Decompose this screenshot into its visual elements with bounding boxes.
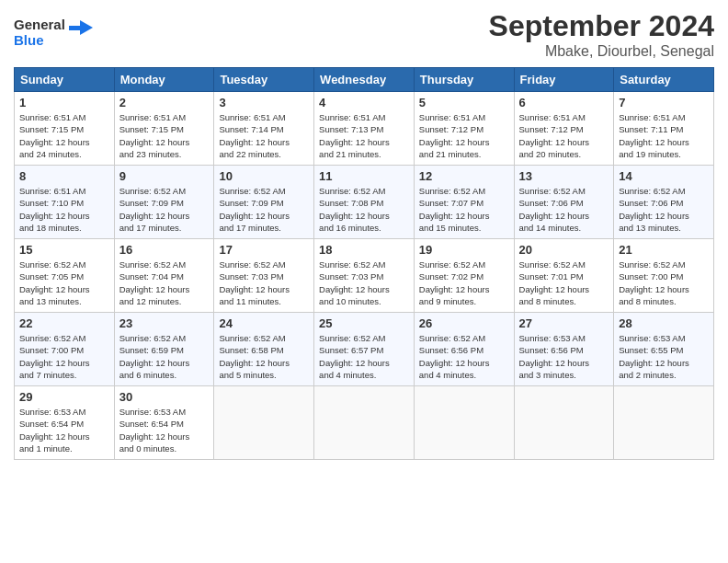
day-number: 7 xyxy=(619,96,709,109)
day-cell: 27Sunrise: 6:53 AM Sunset: 6:56 PM Dayli… xyxy=(514,313,614,386)
day-detail: Sunrise: 6:52 AM Sunset: 7:03 PM Dayligh… xyxy=(219,259,309,307)
day-number: 24 xyxy=(219,316,309,330)
header-row: Sunday Monday Tuesday Wednesday Thursday… xyxy=(15,68,714,92)
day-cell xyxy=(614,386,714,460)
day-number: 18 xyxy=(319,243,409,257)
col-monday: Monday xyxy=(114,68,214,92)
day-detail: Sunrise: 6:52 AM Sunset: 7:02 PM Dayligh… xyxy=(419,259,509,307)
day-number: 13 xyxy=(519,169,609,183)
day-cell: 19Sunrise: 6:52 AM Sunset: 7:02 PM Dayli… xyxy=(414,239,514,313)
day-number: 15 xyxy=(19,243,109,257)
day-number: 11 xyxy=(319,169,409,183)
day-detail: Sunrise: 6:52 AM Sunset: 7:06 PM Dayligh… xyxy=(519,185,609,234)
day-number: 21 xyxy=(619,243,709,257)
day-number: 9 xyxy=(119,169,210,183)
day-detail: Sunrise: 6:52 AM Sunset: 7:09 PM Dayligh… xyxy=(219,185,309,234)
day-cell: 13Sunrise: 6:52 AM Sunset: 7:06 PM Dayli… xyxy=(514,166,614,239)
day-number: 16 xyxy=(119,243,210,257)
day-number: 5 xyxy=(419,96,509,109)
day-number: 3 xyxy=(219,96,309,109)
calendar-header: Sunday Monday Tuesday Wednesday Thursday… xyxy=(15,68,714,92)
day-number: 2 xyxy=(119,96,210,109)
day-detail: Sunrise: 6:53 AM Sunset: 6:56 PM Dayligh… xyxy=(519,332,609,381)
day-detail: Sunrise: 6:52 AM Sunset: 6:58 PM Dayligh… xyxy=(219,332,309,381)
day-cell: 20Sunrise: 6:52 AM Sunset: 7:01 PM Dayli… xyxy=(514,239,614,313)
day-number: 19 xyxy=(419,243,509,257)
svg-text:General: General xyxy=(14,17,65,32)
day-cell xyxy=(214,386,314,460)
svg-marker-2 xyxy=(80,20,93,35)
day-detail: Sunrise: 6:52 AM Sunset: 6:57 PM Dayligh… xyxy=(319,332,409,381)
day-detail: Sunrise: 6:52 AM Sunset: 6:59 PM Dayligh… xyxy=(119,332,210,381)
day-cell: 12Sunrise: 6:52 AM Sunset: 7:07 PM Dayli… xyxy=(414,166,514,239)
day-cell: 4Sunrise: 6:51 AM Sunset: 7:13 PM Daylig… xyxy=(314,92,415,166)
day-number: 20 xyxy=(519,243,609,257)
day-number: 30 xyxy=(119,390,210,404)
day-number: 6 xyxy=(519,96,609,109)
svg-rect-3 xyxy=(69,26,82,30)
day-number: 14 xyxy=(619,169,709,183)
logo-svg: General Blue xyxy=(14,13,97,50)
col-sunday: Sunday xyxy=(15,68,115,92)
week-row-3: 15Sunrise: 6:52 AM Sunset: 7:05 PM Dayli… xyxy=(15,239,714,313)
location-title: Mbake, Diourbel, Senegal xyxy=(489,43,714,60)
day-detail: Sunrise: 6:52 AM Sunset: 7:06 PM Dayligh… xyxy=(619,185,709,234)
day-cell: 23Sunrise: 6:52 AM Sunset: 6:59 PM Dayli… xyxy=(114,313,214,386)
day-number: 22 xyxy=(19,316,109,330)
day-detail: Sunrise: 6:51 AM Sunset: 7:12 PM Dayligh… xyxy=(419,111,509,160)
day-detail: Sunrise: 6:52 AM Sunset: 7:04 PM Dayligh… xyxy=(119,259,210,307)
day-cell: 30Sunrise: 6:53 AM Sunset: 6:54 PM Dayli… xyxy=(114,386,214,460)
day-cell: 6Sunrise: 6:51 AM Sunset: 7:12 PM Daylig… xyxy=(514,92,614,166)
day-number: 28 xyxy=(619,316,709,330)
day-detail: Sunrise: 6:53 AM Sunset: 6:55 PM Dayligh… xyxy=(619,332,709,381)
day-cell: 14Sunrise: 6:52 AM Sunset: 7:06 PM Dayli… xyxy=(614,166,714,239)
col-tuesday: Tuesday xyxy=(214,68,314,92)
day-detail: Sunrise: 6:52 AM Sunset: 7:07 PM Dayligh… xyxy=(419,185,509,234)
svg-text:Blue: Blue xyxy=(14,32,44,48)
day-cell xyxy=(414,386,514,460)
day-cell: 11Sunrise: 6:52 AM Sunset: 7:08 PM Dayli… xyxy=(314,166,415,239)
day-cell: 5Sunrise: 6:51 AM Sunset: 7:12 PM Daylig… xyxy=(414,92,514,166)
day-detail: Sunrise: 6:51 AM Sunset: 7:14 PM Dayligh… xyxy=(219,111,309,160)
day-cell: 3Sunrise: 6:51 AM Sunset: 7:14 PM Daylig… xyxy=(214,92,314,166)
day-cell: 2Sunrise: 6:51 AM Sunset: 7:15 PM Daylig… xyxy=(114,92,214,166)
day-detail: Sunrise: 6:52 AM Sunset: 7:09 PM Dayligh… xyxy=(119,185,210,234)
day-number: 25 xyxy=(319,316,409,330)
day-detail: Sunrise: 6:53 AM Sunset: 6:54 PM Dayligh… xyxy=(119,406,210,454)
calendar-body: 1Sunrise: 6:51 AM Sunset: 7:15 PM Daylig… xyxy=(15,92,714,460)
day-cell: 10Sunrise: 6:52 AM Sunset: 7:09 PM Dayli… xyxy=(214,166,314,239)
day-detail: Sunrise: 6:52 AM Sunset: 7:01 PM Dayligh… xyxy=(519,259,609,307)
day-number: 27 xyxy=(519,316,609,330)
week-row-4: 22Sunrise: 6:52 AM Sunset: 7:00 PM Dayli… xyxy=(15,313,714,386)
day-detail: Sunrise: 6:51 AM Sunset: 7:15 PM Dayligh… xyxy=(19,111,109,160)
title-area: September 2024 Mbake, Diourbel, Senegal xyxy=(489,9,714,60)
day-number: 8 xyxy=(19,169,109,183)
day-cell xyxy=(314,386,415,460)
day-cell: 15Sunrise: 6:52 AM Sunset: 7:05 PM Dayli… xyxy=(15,239,115,313)
day-number: 4 xyxy=(319,96,409,109)
day-detail: Sunrise: 6:51 AM Sunset: 7:11 PM Dayligh… xyxy=(619,111,709,160)
week-row-2: 8Sunrise: 6:51 AM Sunset: 7:10 PM Daylig… xyxy=(15,166,714,239)
day-cell: 17Sunrise: 6:52 AM Sunset: 7:03 PM Dayli… xyxy=(214,239,314,313)
day-cell: 8Sunrise: 6:51 AM Sunset: 7:10 PM Daylig… xyxy=(15,166,115,239)
day-cell: 9Sunrise: 6:52 AM Sunset: 7:09 PM Daylig… xyxy=(114,166,214,239)
day-detail: Sunrise: 6:52 AM Sunset: 7:00 PM Dayligh… xyxy=(19,332,109,381)
calendar-table: Sunday Monday Tuesday Wednesday Thursday… xyxy=(14,67,714,460)
logo: General Blue xyxy=(14,13,97,53)
header: General Blue September 2024 Mbake, Diour… xyxy=(14,9,714,60)
day-detail: Sunrise: 6:51 AM Sunset: 7:12 PM Dayligh… xyxy=(519,111,609,160)
day-number: 10 xyxy=(219,169,309,183)
day-cell: 28Sunrise: 6:53 AM Sunset: 6:55 PM Dayli… xyxy=(614,313,714,386)
col-saturday: Saturday xyxy=(614,68,714,92)
week-row-5: 29Sunrise: 6:53 AM Sunset: 6:54 PM Dayli… xyxy=(15,386,714,460)
day-cell: 25Sunrise: 6:52 AM Sunset: 6:57 PM Dayli… xyxy=(314,313,415,386)
day-detail: Sunrise: 6:51 AM Sunset: 7:13 PM Dayligh… xyxy=(319,111,409,160)
day-number: 23 xyxy=(119,316,210,330)
day-number: 17 xyxy=(219,243,309,257)
day-cell: 29Sunrise: 6:53 AM Sunset: 6:54 PM Dayli… xyxy=(15,386,115,460)
day-cell: 18Sunrise: 6:52 AM Sunset: 7:03 PM Dayli… xyxy=(314,239,415,313)
day-number: 12 xyxy=(419,169,509,183)
day-detail: Sunrise: 6:52 AM Sunset: 7:08 PM Dayligh… xyxy=(319,185,409,234)
day-detail: Sunrise: 6:51 AM Sunset: 7:15 PM Dayligh… xyxy=(119,111,210,160)
day-number: 26 xyxy=(419,316,509,330)
